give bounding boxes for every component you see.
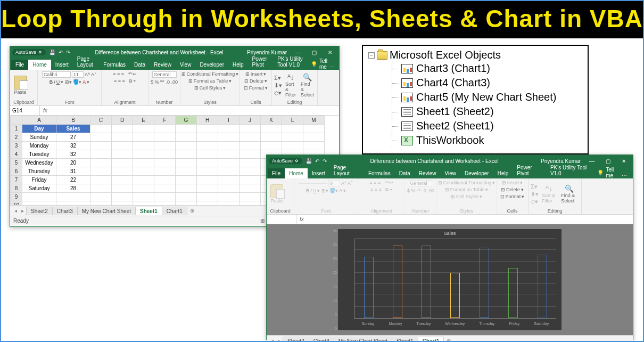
find-select-button[interactable]: 🔍Find & Select	[299, 72, 316, 99]
find-select-button[interactable]: 🔍Find & Select	[559, 183, 579, 205]
col-header-m[interactable]: M	[303, 116, 325, 125]
col-header-i[interactable]: I	[218, 116, 240, 125]
tree-collapse-icon[interactable]: −	[368, 52, 375, 59]
tab-nav-next[interactable]: ▸	[276, 338, 283, 342]
tab-nav-next[interactable]: ▸	[19, 208, 26, 214]
header-sales[interactable]: Sales	[56, 125, 90, 133]
cell[interactable]: 27	[56, 133, 90, 142]
col-header-g[interactable]: G	[176, 116, 197, 125]
autosave-toggle[interactable]: AutoSave ⭘	[12, 49, 46, 55]
menu-utility-tool[interactable]: PK's Utility Tool V1.0	[273, 54, 311, 70]
col-header-e[interactable]: E	[133, 116, 154, 125]
conditional-formatting-button[interactable]: ⊞ Conditional Formatting ▾	[181, 71, 239, 77]
col-header-l[interactable]: L	[282, 116, 303, 125]
paste-button[interactable]: Paste	[12, 75, 28, 96]
menu-utility-tool[interactable]: PK's Utility Tool V1.0	[546, 162, 597, 178]
menu-insert[interactable]: Insert	[308, 168, 329, 178]
cells-delete-button[interactable]: ⊟ Delete ▾	[244, 78, 267, 84]
cells-insert-button[interactable]: ⊞ Insert ▾	[245, 71, 267, 77]
sheet-tab[interactable]: Chart3	[309, 337, 334, 343]
col-header-a[interactable]: A	[22, 116, 56, 125]
maximize-icon[interactable]: ▢	[601, 158, 615, 164]
fx-icon[interactable]: fx	[296, 216, 307, 222]
autosave-toggle[interactable]: AutoSave ⭘	[269, 158, 302, 164]
cells-format-button[interactable]: ⊡ Format ▾	[500, 194, 525, 199]
formula-input[interactable]	[307, 215, 633, 224]
name-box[interactable]: G14	[10, 106, 40, 115]
menu-developer[interactable]: Developer	[460, 168, 493, 178]
add-sheet-button[interactable]: ⊕	[443, 338, 454, 342]
tree-item-sheet[interactable]: Sheet1 (Sheet2)	[392, 104, 582, 119]
col-header-h[interactable]: H	[197, 116, 218, 125]
normal-view-icon[interactable]: ⊞	[260, 218, 265, 224]
menu-review[interactable]: Review	[150, 60, 176, 70]
col-header-d[interactable]: D	[112, 116, 133, 125]
sheet-tab[interactable]: Sheet2	[26, 207, 53, 215]
tree-item-workbook[interactable]: ThisWorkbook	[392, 133, 582, 148]
cell[interactable]: Monday	[22, 142, 56, 150]
tell-me-search[interactable]: 💡 Tell me ⋯	[597, 167, 632, 178]
format-as-table-button[interactable]: ⊞ Format as Table ▾	[188, 78, 232, 84]
menu-formulas[interactable]: Formulas	[364, 168, 395, 178]
chart-bar[interactable]	[364, 257, 374, 318]
menu-insert[interactable]: Insert	[51, 60, 73, 70]
cell[interactable]: Thursday	[22, 167, 56, 176]
menu-power-pivot[interactable]: Power Pivot	[248, 54, 274, 70]
tree-item-chart[interactable]: Chart3 (Chart1)	[392, 61, 582, 76]
menu-view[interactable]: View	[176, 60, 196, 70]
undo-icon[interactable]: ↶	[315, 158, 319, 164]
chart-bar[interactable]	[422, 246, 431, 318]
menu-file[interactable]: File	[268, 168, 285, 178]
cell[interactable]: 20	[56, 159, 90, 167]
tree-item-chart[interactable]: Chart5 (My New Chart Sheet)	[392, 90, 582, 104]
undo-icon[interactable]: ↶	[59, 50, 63, 55]
cells-delete-button[interactable]: ⊟ Delete ▾	[501, 187, 524, 192]
cell[interactable]: 28	[56, 184, 90, 193]
menu-formulas[interactable]: Formulas	[99, 60, 130, 70]
chart-bar[interactable]	[450, 273, 460, 318]
cell[interactable]: 31	[56, 167, 90, 176]
formula-input[interactable]	[51, 106, 339, 115]
chart-sheet-area[interactable]: Sales 05101520253035 SundayMondayTuesday…	[267, 224, 633, 335]
cell[interactable]: 32	[56, 142, 90, 150]
name-box[interactable]	[267, 215, 296, 224]
save-icon[interactable]: 💾	[49, 50, 55, 55]
cell-styles-button[interactable]: ⊞ Cell Styles ▾	[194, 85, 226, 91]
col-header-c[interactable]: C	[90, 116, 112, 125]
cell[interactable]: Tuesday	[22, 150, 56, 159]
chart-bar[interactable]	[480, 248, 489, 318]
cell[interactable]: Sunday	[22, 133, 56, 142]
number-format-dropdown[interactable]: General	[152, 71, 177, 78]
fx-icon[interactable]: fx	[40, 108, 51, 113]
sheet-tab[interactable]: Chart1	[162, 207, 187, 215]
sheet-tab[interactable]: Sheet2	[283, 337, 309, 343]
chart-bar[interactable]	[508, 268, 518, 318]
sort-filter-button[interactable]: ᴬ↓Sort & Filter	[284, 72, 298, 99]
cell[interactable]: 22	[56, 176, 90, 184]
close-icon[interactable]: ✕	[323, 50, 337, 55]
tree-item-chart[interactable]: Chart4 (Chart3)	[392, 76, 582, 90]
cell[interactable]: Wednesday	[22, 159, 56, 167]
cell[interactable]: Saturday	[22, 184, 56, 193]
redo-icon[interactable]: ↷	[66, 50, 70, 55]
menu-help[interactable]: Help	[228, 60, 248, 70]
col-header-b[interactable]: B	[56, 116, 90, 125]
sheet-tab[interactable]: Chart3	[52, 207, 78, 215]
menu-help[interactable]: Help	[493, 168, 513, 178]
chart-canvas[interactable]: Sales 05101520253035 SundayMondayTuesday…	[338, 229, 562, 330]
col-header-j[interactable]: J	[240, 116, 261, 125]
menu-power-pivot[interactable]: Power Pivot	[513, 162, 546, 178]
col-header-f[interactable]: F	[154, 116, 176, 125]
menu-file[interactable]: File	[11, 60, 28, 70]
tree-root-label[interactable]: Microsoft Excel Objects	[390, 49, 501, 61]
font-name-dropdown[interactable]: Calibri	[42, 71, 71, 78]
add-sheet-button[interactable]: ⊕	[187, 208, 197, 214]
tab-nav-prev[interactable]: ◂	[269, 338, 276, 342]
close-icon[interactable]: ✕	[617, 158, 631, 164]
font-size-dropdown[interactable]: 11	[72, 71, 84, 78]
save-icon[interactable]: 💾	[306, 158, 312, 164]
sheet-tab[interactable]: My New Chart Sheet	[77, 207, 136, 215]
menu-home[interactable]: Home	[285, 168, 308, 178]
col-header-k[interactable]: K	[261, 116, 282, 125]
tree-item-sheet[interactable]: Sheet2 (Sheet1)	[392, 119, 582, 133]
